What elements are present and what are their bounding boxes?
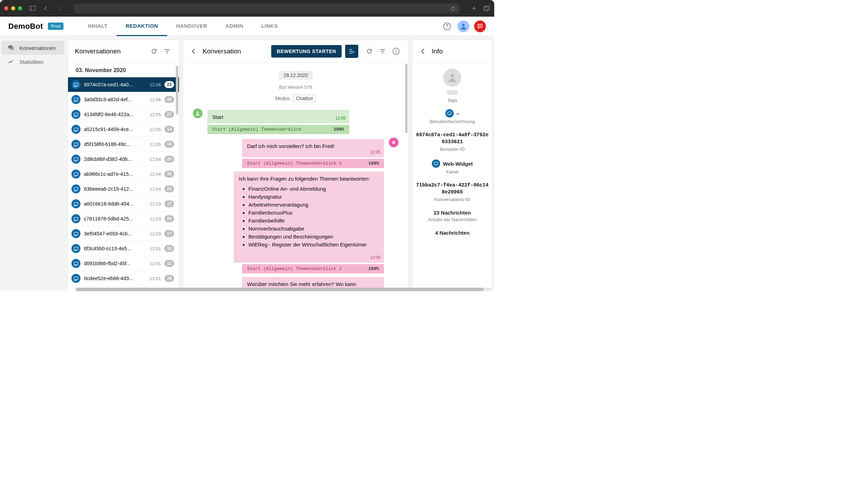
monitor-icon — [445, 109, 454, 118]
window-controls — [4, 6, 22, 10]
help-icon[interactable] — [442, 21, 453, 32]
conversation-id: d5f158fd-6186-49c... — [84, 141, 146, 147]
sidebar-item-statistiken[interactable]: Statistiken — [1, 55, 65, 69]
conversation-row[interactable]: d091b9bb-fbd2-45f...12:0112 — [68, 256, 179, 271]
topic-item: Bestätigungen und Bescheinigungen — [248, 233, 379, 240]
tab-redaktion[interactable]: REDAKTION — [117, 17, 167, 36]
conversation-row[interactable]: 6974c07a-ced1-4a0...12:0623 — [68, 77, 179, 92]
conv-info-icon[interactable] — [391, 46, 401, 57]
modus-label: Modus — [275, 96, 290, 101]
minimize-window-icon[interactable] — [11, 6, 15, 10]
brand-name: DemoBot — [8, 22, 43, 31]
start-evaluation-button[interactable]: BEWERTUNG STARTEN — [271, 45, 342, 58]
svg-rect-36 — [74, 217, 78, 220]
tab-handover[interactable]: HANDOVER — [167, 17, 216, 36]
msg4-value: 4 Nachrichten — [416, 230, 489, 236]
tab-admin[interactable]: ADMIN — [216, 17, 252, 36]
chat-date-chip: 28.12.2020 — [279, 71, 313, 80]
tab-inhalt[interactable]: INHALT — [79, 17, 117, 36]
nav-back-icon[interactable] — [42, 5, 49, 12]
conversation-id: a6016618-9dd6-454... — [84, 201, 146, 207]
svg-rect-9 — [74, 83, 78, 86]
conversation-row[interactable]: ab966c1c-ad7e-415...12:0439 — [68, 166, 179, 181]
monitor-icon — [71, 95, 80, 104]
svg-rect-60 — [448, 112, 452, 114]
message-count-badge: 39 — [164, 171, 174, 177]
conversation-time: 12:01 — [149, 276, 161, 281]
trend-icon — [8, 58, 15, 65]
conversation-time: 12:03 — [149, 231, 161, 236]
conversation-time: 12:01 — [149, 246, 161, 251]
conversation-row[interactable]: 0cdee52e-eb66-4d3...12:0116 — [68, 271, 179, 286]
tabs-overview-icon[interactable] — [483, 5, 490, 12]
panel-conversation-list: Konversationen 03. November 2020 6974c07… — [68, 40, 179, 291]
conv-refresh-icon[interactable] — [365, 46, 374, 56]
modus-line: Modus Chatbot — [191, 95, 400, 102]
msg-count-label: Anzahl der Nachrichten — [416, 217, 489, 222]
conversation-row[interactable]: c7811878-5dbd-425...12:0329 — [68, 211, 179, 226]
nav-forward-icon[interactable] — [55, 5, 62, 12]
message-count-badge: 23 — [164, 81, 174, 88]
conversation-row[interactable]: 4134fdf2-6e46-422a...12:0527 — [68, 107, 179, 122]
svg-point-57 — [394, 142, 395, 143]
conversation-row[interactable]: a5215c91-4409-4ce...12:0514 — [68, 122, 179, 137]
msg-count-value: 23 Nachrichten — [416, 210, 489, 216]
conversation-row[interactable]: d5f158fd-6186-49c...12:0516 — [68, 137, 179, 151]
tab-links[interactable]: LINKS — [252, 17, 287, 36]
refresh-icon[interactable] — [449, 5, 456, 12]
message-count-badge: 16 — [164, 275, 174, 282]
conv-filter-icon[interactable] — [378, 46, 387, 56]
conv-id-label: Konversations-ID — [416, 197, 489, 202]
user-name-label: Benutzerbezeichnung — [416, 119, 489, 124]
conversation-id: 63beeea6-2c15-412... — [84, 186, 146, 192]
sidebar-item-konversationen[interactable]: Konversationen — [1, 41, 65, 55]
svg-point-6 — [462, 24, 464, 26]
monitor-icon — [71, 229, 80, 238]
svg-point-56 — [393, 142, 393, 143]
topic-item: FinanzOnline An- und Abmeldung — [248, 185, 379, 192]
topic-item: Familienbeihilfe — [248, 217, 379, 224]
url-bar[interactable] — [74, 3, 460, 13]
checklist-icon[interactable] — [345, 45, 358, 58]
close-window-icon[interactable] — [4, 6, 8, 10]
bot-intent-meta: Start (Allgemein) Themenüberblick 2100% — [242, 264, 384, 273]
chat-scrollbar[interactable] — [405, 64, 408, 133]
conversation-row[interactable]: 3ef04547-e093-4c6...12:0317 — [68, 226, 179, 241]
conversation-row[interactable]: 3a0d33c3-a82d-4ef...12:0645 — [68, 92, 179, 107]
topic-item: FamilienbonusPlus — [248, 209, 379, 216]
conv-back-icon[interactable] — [190, 47, 197, 56]
list-date-header: 03. November 2020 — [68, 62, 179, 77]
conversation-row[interactable]: 2d8cb8bf-d382-40b...12:0420 — [68, 151, 179, 166]
new-tab-icon[interactable] — [471, 5, 478, 12]
svg-point-54 — [197, 112, 198, 113]
conversation-row[interactable]: a6016618-9dd6-454...12:0317 — [68, 196, 179, 211]
conversation-id: ab966c1c-ad7e-415... — [84, 171, 146, 177]
conversation-row[interactable]: 63beeea6-2c15-412...12:0423 — [68, 181, 179, 196]
svg-rect-21 — [74, 143, 78, 146]
message-count-badge: 16 — [164, 141, 174, 148]
live-chat-icon[interactable] — [474, 20, 486, 32]
message-count-badge: 30 — [164, 245, 174, 252]
list-refresh-icon[interactable] — [149, 46, 159, 56]
sidebar-toggle-icon[interactable] — [29, 5, 36, 12]
monitor-icon — [432, 159, 440, 168]
conversation-time: 12:03 — [149, 216, 161, 221]
conversation-time: 12:05 — [149, 112, 161, 117]
conversation-row[interactable]: 6f3c45b0-cc13-4e5...12:0130 — [68, 241, 179, 256]
maximize-window-icon[interactable] — [18, 6, 22, 10]
conversation-id: 3a0d33c3-a82d-4ef... — [84, 97, 146, 102]
list-scrollbar[interactable] — [176, 66, 178, 114]
user-id-value: 6974c07a-ced1-4a0f-3792e8333621 — [416, 132, 489, 145]
info-back-icon[interactable] — [419, 47, 426, 56]
message-count-badge: 14 — [164, 126, 174, 133]
monitor-icon — [71, 155, 80, 164]
user-avatar-icon[interactable] — [457, 20, 469, 32]
svg-rect-18 — [74, 128, 78, 131]
conversation-id: c7811878-5dbd-425... — [84, 216, 146, 221]
horizontal-scrollbar[interactable] — [76, 288, 492, 291]
conversation-id: d091b9bb-fbd2-45f... — [84, 261, 146, 266]
svg-rect-0 — [30, 6, 36, 11]
bot-face-icon — [389, 138, 399, 147]
svg-rect-55 — [392, 141, 395, 144]
list-filter-icon[interactable] — [162, 46, 172, 56]
